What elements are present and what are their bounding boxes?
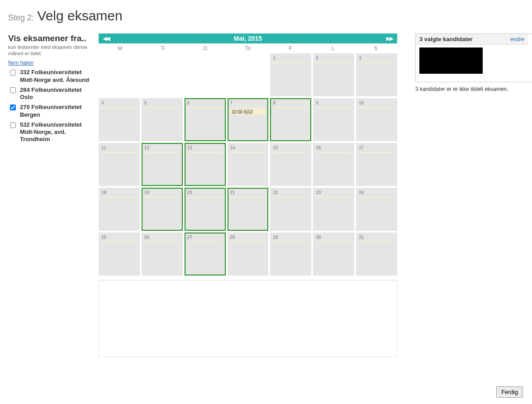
day-number: 28 <box>230 235 235 240</box>
right-panel: 3 valgte kandidater endre 3 kandidater e… <box>415 33 532 92</box>
calendar-day[interactable]: 23 <box>313 188 354 231</box>
day-number: 27 <box>187 235 192 240</box>
calendar-day[interactable]: 13 <box>185 143 226 186</box>
calendar-day[interactable]: 30 <box>313 233 354 276</box>
calendar-day[interactable]: 17 <box>356 143 397 186</box>
day-number: 2 <box>316 56 318 61</box>
day-number: 9 <box>316 100 318 105</box>
calendar-day[interactable]: 22 <box>270 188 311 231</box>
calendar-day[interactable]: 4 <box>99 98 140 141</box>
calendar-day[interactable]: 15 <box>270 143 311 186</box>
calendar-day[interactable]: 27 <box>185 233 226 276</box>
day-number: 24 <box>359 190 364 195</box>
day-number: 30 <box>316 235 321 240</box>
day-number: 14 <box>230 145 235 150</box>
day-number: 5 <box>144 100 147 105</box>
calendar-day[interactable]: 2 <box>313 53 354 96</box>
day-number: 26 <box>144 235 149 240</box>
day-number: 22 <box>273 190 278 195</box>
day-number: 29 <box>273 235 278 240</box>
weekday-label: Ti <box>141 45 184 52</box>
calendar-day[interactable]: 3 <box>356 53 397 96</box>
exam-detail-panel[interactable] <box>99 280 397 357</box>
calendar-day[interactable]: 12 <box>142 143 183 186</box>
day-number: 15 <box>273 145 278 150</box>
step-prefix: Steg 2: <box>8 13 34 22</box>
center-checkbox[interactable] <box>10 105 16 110</box>
calendar-day[interactable]: 25 <box>99 233 140 276</box>
right-panel-title: 3 valgte kandidater <box>419 36 473 43</box>
calendar-weekdays: MTiOToFLS <box>99 43 397 53</box>
day-number: 10 <box>359 100 364 105</box>
center-checkbox[interactable] <box>10 122 16 128</box>
step-main-title: Velg eksamen <box>37 8 122 23</box>
weekday-label: O <box>184 45 227 52</box>
center-label: 284 Folkeuniversitetet Oslo <box>20 86 90 101</box>
day-number: 12 <box>144 145 149 150</box>
weekday-label: To <box>227 45 269 52</box>
calendar-prev-icon[interactable]: ◀◀ <box>103 36 109 42</box>
day-number: 3 <box>359 56 361 61</box>
weekday-label: S <box>355 45 397 52</box>
calendar-day[interactable]: 1 <box>270 53 311 96</box>
center-item: 270 Folkeuniversitetet Bergen <box>8 104 90 119</box>
calendar-day-empty <box>99 53 140 96</box>
day-number: 8 <box>273 100 276 105</box>
center-list: 332 Folkeuniversitetet Midt-Norge avd. Å… <box>8 69 90 143</box>
center-checkbox[interactable] <box>10 70 16 76</box>
weekday-label: F <box>269 45 312 52</box>
day-number: 6 <box>187 100 190 105</box>
day-number: 1 <box>273 56 276 61</box>
calendar: ◀◀ Mai, 2015 ▶▶ MTiOToFLS 123456710:00 6… <box>99 33 397 357</box>
calendar-day[interactable]: 5 <box>142 98 183 141</box>
calendar-day[interactable]: 19 <box>142 188 183 231</box>
calendar-next-icon[interactable]: ▶▶ <box>386 36 393 42</box>
center-label: 270 Folkeuniversitetet Bergen <box>20 104 90 119</box>
calendar-day-empty <box>142 53 183 96</box>
day-number: 23 <box>316 190 321 195</box>
day-number: 11 <box>101 145 106 150</box>
weekday-label: M <box>99 45 141 52</box>
center-item: 532 Folkeuniversitetet Midt-Norge, avd. … <box>8 121 90 143</box>
calendar-month-label: Mai, 2015 <box>234 35 262 42</box>
calendar-day[interactable]: 21 <box>228 188 269 231</box>
calendar-day[interactable]: 20 <box>185 188 226 231</box>
page-title: Steg 2: Velg eksamen <box>8 8 524 24</box>
sidebar-note: kun testsenter med eksamen denne måned e… <box>8 44 90 57</box>
calendar-day[interactable]: 24 <box>356 188 397 231</box>
day-number: 21 <box>230 190 235 195</box>
day-number: 19 <box>144 190 149 195</box>
calendar-day[interactable]: 9 <box>313 98 354 141</box>
calendar-day[interactable]: 16 <box>313 143 354 186</box>
calendar-day[interactable]: 18 <box>99 188 140 231</box>
clear-checks-link[interactable]: fjern haker <box>8 60 34 66</box>
calendar-day[interactable]: 26 <box>142 233 183 276</box>
calendar-event[interactable]: 10:00 6|10 <box>230 109 266 115</box>
center-item: 332 Folkeuniversitetet Midt-Norge avd. Å… <box>8 69 90 84</box>
calendar-day[interactable]: 10 <box>356 98 397 141</box>
right-panel-note: 3 kandidater er er ikke tildelt eksamen. <box>415 86 532 92</box>
calendar-day[interactable]: 11 <box>99 143 140 186</box>
calendar-day[interactable]: 6 <box>185 98 226 141</box>
day-number: 31 <box>359 235 364 240</box>
center-label: 532 Folkeuniversitetet Midt-Norge, avd. … <box>20 121 90 143</box>
center-checkbox[interactable] <box>10 87 16 93</box>
center-label: 332 Folkeuniversitetet Midt-Norge avd. Å… <box>20 69 90 84</box>
change-candidates-link[interactable]: endre <box>510 36 524 43</box>
day-number: 18 <box>101 190 106 195</box>
calendar-day[interactable]: 29 <box>270 233 311 276</box>
day-number: 16 <box>316 145 321 150</box>
day-number: 20 <box>187 190 192 195</box>
calendar-header: ◀◀ Mai, 2015 ▶▶ <box>99 33 397 43</box>
day-number: 25 <box>101 235 106 240</box>
calendar-day[interactable]: 8 <box>270 98 311 141</box>
calendar-day[interactable]: 710:00 6|10 <box>228 98 269 141</box>
calendar-day[interactable]: 31 <box>356 233 397 276</box>
calendar-grid: 123456710:00 6|1089101112131415161718192… <box>99 53 397 276</box>
calendar-day[interactable]: 28 <box>228 233 269 276</box>
sidebar-title: Vis eksamener fra.. <box>8 33 90 44</box>
calendar-day[interactable]: 14 <box>228 143 269 186</box>
weekday-label: L <box>312 45 354 52</box>
day-number: 4 <box>101 100 104 105</box>
center-item: 284 Folkeuniversitetet Oslo <box>8 86 90 101</box>
